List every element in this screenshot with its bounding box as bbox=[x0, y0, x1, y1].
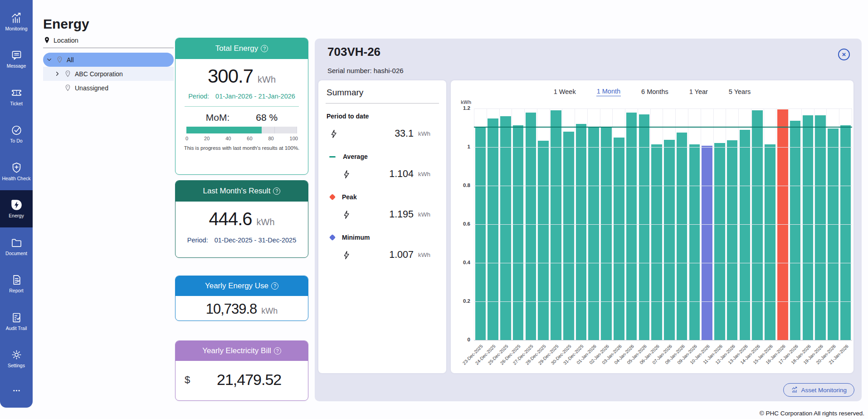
tree-item-abc-corporation[interactable]: ABC Corporation bbox=[43, 67, 174, 81]
last-month-value-row: 444.6 kWh bbox=[176, 209, 308, 229]
chart-bar[interactable] bbox=[777, 109, 788, 340]
help-icon[interactable] bbox=[271, 282, 278, 290]
chart-bar[interactable] bbox=[790, 121, 801, 340]
chart-bar[interactable] bbox=[526, 113, 536, 340]
sidebar-item-ticket[interactable]: Ticket bbox=[0, 78, 33, 115]
sidebar-item-more[interactable] bbox=[0, 377, 33, 404]
last-month-value: 444.6 bbox=[209, 209, 252, 229]
chart-bar[interactable] bbox=[614, 138, 624, 340]
tab-6-months[interactable]: 6 Months bbox=[641, 87, 669, 96]
chart-bar[interactable] bbox=[563, 132, 574, 340]
sidebar-item-message[interactable]: Message bbox=[0, 40, 33, 78]
sidebar-item-report[interactable]: Report bbox=[0, 265, 33, 303]
message-icon bbox=[10, 49, 23, 61]
chart-bar[interactable] bbox=[828, 128, 839, 340]
y-gridline bbox=[474, 186, 852, 186]
total-energy-card-title: Total Energy bbox=[215, 44, 258, 53]
yearly-energy-unit: kWh bbox=[261, 306, 278, 316]
chart-bar[interactable] bbox=[601, 127, 612, 340]
chart-bar[interactable] bbox=[752, 110, 763, 340]
chart-bar[interactable] bbox=[513, 125, 524, 340]
sidebar-item-to-do[interactable]: To Do bbox=[0, 115, 33, 153]
tab-1-year[interactable]: 1 Year bbox=[689, 87, 708, 96]
chart-bar[interactable] bbox=[815, 115, 826, 340]
chart-bar[interactable] bbox=[840, 125, 851, 340]
yearly-bill-card: Yearly Electricity Bill $ 21,479.52 bbox=[175, 340, 308, 401]
yearly-energy-card-title: Yearly Energy Use bbox=[205, 281, 268, 291]
tab-5-years[interactable]: 5 Years bbox=[728, 87, 751, 96]
sidebar-item-monitoring[interactable]: Monitoring bbox=[0, 3, 33, 40]
period-to-date-label: Period to date bbox=[327, 113, 438, 120]
stat-unit: kWh bbox=[418, 171, 438, 177]
chevron-right-icon[interactable] bbox=[54, 70, 61, 77]
location-pin-icon bbox=[64, 70, 72, 78]
folder-icon bbox=[10, 237, 23, 249]
y-axis-tick-label: 0.4 bbox=[455, 260, 470, 265]
yearly-energy-value: 10,739.8 bbox=[206, 301, 257, 317]
chart-bar[interactable] bbox=[475, 127, 486, 340]
total-energy-unit: kWh bbox=[258, 74, 276, 85]
chart-bar[interactable] bbox=[588, 127, 599, 340]
health-shield-icon bbox=[10, 162, 23, 174]
tree-item-all[interactable]: All bbox=[43, 53, 174, 67]
monitoring-chart-icon bbox=[10, 12, 23, 24]
scale-tick-label: 60 bbox=[247, 136, 252, 141]
sidebar-item-label: Health Check bbox=[2, 176, 30, 181]
chart-bar[interactable] bbox=[488, 118, 498, 340]
todo-check-icon bbox=[10, 124, 23, 136]
chart-bar[interactable] bbox=[765, 144, 775, 340]
report-icon bbox=[10, 274, 23, 286]
energy-bolt-icon bbox=[342, 170, 351, 179]
chart-bar[interactable] bbox=[664, 140, 675, 340]
asset-monitoring-button[interactable]: Asset Monitoring bbox=[783, 383, 854, 397]
tab-1-week[interactable]: 1 Week bbox=[553, 87, 576, 96]
sidebar-item-audit-trail[interactable]: Audit Trail bbox=[0, 302, 33, 340]
chevron-down-icon[interactable] bbox=[46, 56, 53, 63]
copyright-text: © PHC Corporation All rights reserved. bbox=[760, 410, 864, 417]
summary-stats: Average1.104kWhPeak1.195kWhMinimum1.007k… bbox=[327, 153, 438, 261]
y-axis-tick-label: 1 bbox=[455, 144, 470, 149]
chart-bar[interactable] bbox=[702, 146, 712, 340]
sidebar-item-document[interactable]: Document bbox=[0, 227, 33, 265]
last-month-card: Last Month's Result 444.6 kWh Period: 01… bbox=[175, 180, 308, 258]
chart-bar[interactable] bbox=[677, 133, 688, 340]
sidebar-item-settings[interactable]: Settings bbox=[0, 340, 33, 378]
scale-tick-label: 20 bbox=[204, 136, 210, 141]
chart-range-tabs: 1 Week1 Month6 Months1 Year5 Years bbox=[451, 87, 853, 96]
close-icon[interactable] bbox=[838, 49, 850, 60]
minimum-diamond-marker bbox=[329, 234, 336, 241]
summary-panel: Summary Period to date 33.1 kWh Average1… bbox=[318, 80, 446, 373]
tab-1-month[interactable]: 1 Month bbox=[596, 87, 621, 96]
asset-monitoring-label: Asset Monitoring bbox=[801, 387, 847, 394]
chart-bar[interactable] bbox=[803, 115, 814, 340]
y-gridline bbox=[474, 147, 852, 148]
sidebar-item-health-check[interactable]: Health Check bbox=[0, 153, 33, 190]
audit-trail-icon bbox=[10, 311, 23, 324]
help-icon[interactable] bbox=[273, 187, 280, 195]
help-icon[interactable] bbox=[261, 45, 268, 52]
chart-bar[interactable] bbox=[639, 114, 650, 340]
chart-bar[interactable] bbox=[714, 143, 725, 340]
chart-bar[interactable] bbox=[727, 140, 738, 340]
y-axis-tick-label: 0.2 bbox=[455, 298, 470, 304]
chart-bar[interactable] bbox=[538, 141, 549, 340]
total-energy-value: 300.7 bbox=[208, 65, 253, 87]
tree-item-label: All bbox=[67, 56, 74, 64]
card-divider bbox=[185, 106, 299, 107]
sidebar-item-energy[interactable]: Energy bbox=[0, 190, 33, 228]
chart-bar[interactable] bbox=[551, 110, 561, 340]
chart-bar[interactable] bbox=[500, 116, 511, 340]
mom-progress-track bbox=[186, 127, 297, 133]
chart-bar[interactable] bbox=[651, 144, 662, 340]
stat-minimum-header: Minimum bbox=[327, 234, 438, 241]
chart-bar[interactable] bbox=[576, 124, 587, 340]
scale-tick-label: 80 bbox=[268, 136, 273, 141]
help-icon[interactable] bbox=[274, 347, 281, 355]
location-pin-icon bbox=[43, 36, 51, 44]
chart-bar[interactable] bbox=[740, 130, 751, 340]
tree-item-label: Unassigned bbox=[75, 84, 108, 92]
chart-bar[interactable] bbox=[689, 144, 700, 340]
chart-bar[interactable] bbox=[626, 113, 637, 340]
tree-item-unassigned[interactable]: Unassigned bbox=[43, 81, 174, 95]
last-month-card-title: Last Month's Result bbox=[203, 187, 271, 196]
